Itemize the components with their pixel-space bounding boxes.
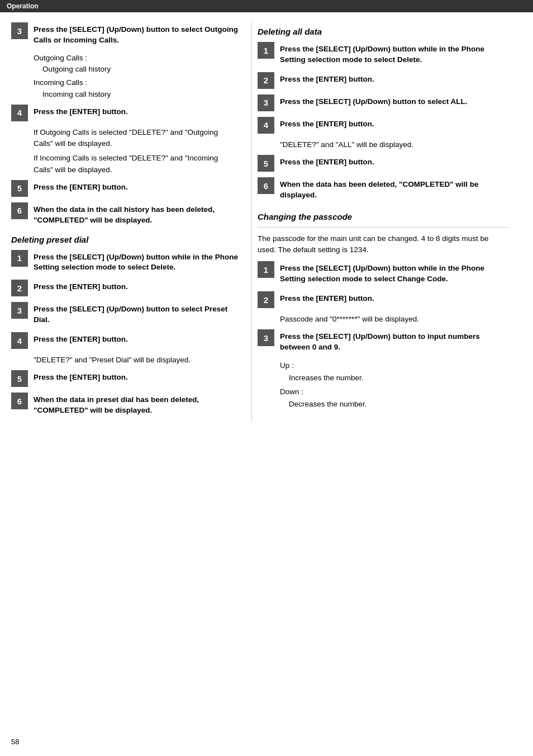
passcode-step-num-2: 2 — [258, 291, 274, 308]
step-num-6: 6 — [11, 202, 28, 219]
left-step-4: 4 Press the [ENTER] button. — [11, 105, 238, 121]
header-bar: Operation — [0, 0, 533, 12]
passcode-step-num-3: 3 — [258, 329, 274, 346]
step-4-desc: If Outgoing Calls is selected "DELETE?" … — [34, 127, 238, 176]
left-step-3: 3 Press the [SELECT] (Up/Down) button to… — [11, 22, 238, 47]
preset-step-4-text: Press the [ENTER] button. — [34, 334, 238, 345]
page-footer: 58 — [11, 738, 19, 746]
step-4-desc2: If Incoming Calls is selected "DELETE?" … — [34, 153, 238, 176]
all-step-5-text: Press the [ENTER] button. — [280, 157, 508, 168]
all-step-4: 4 Press the [ENTER] button. — [258, 117, 508, 134]
all-step-1: 1 Press the [SELECT] (Up/Down) button wh… — [258, 42, 508, 67]
down-row: Down : Decreases the number. — [280, 386, 508, 410]
passcode-title: Changing the passcode — [258, 212, 508, 221]
all-step-3-text: Press the [SELECT] (Up/Down) button to s… — [280, 97, 508, 107]
passcode-step-3-text: Press the [SELECT] (Up/Down) button to i… — [280, 332, 508, 353]
passcode-step-num-1: 1 — [258, 261, 274, 278]
passcode-step-1-text: Press the [SELECT] (Up/Down) button whil… — [280, 263, 508, 285]
page-number: 58 — [11, 738, 19, 746]
passcode-step-3: 3 Press the [SELECT] (Up/Down) button to… — [258, 329, 508, 354]
left-step-5: 5 Press the [ENTER] button. — [11, 180, 238, 197]
step-num-3: 3 — [11, 22, 28, 39]
preset-step-2-text: Press the [ENTER] button. — [34, 282, 238, 292]
preset-step-6-text: When the data in preset dial has been de… — [34, 395, 238, 416]
passcode-section: Changing the passcode The passcode for t… — [258, 212, 508, 410]
all-step-6-text: When the data has been deleted, "COMPLET… — [280, 179, 508, 201]
preset-step-5-text: Press the [ENTER] button. — [34, 372, 238, 383]
step-4-content: Press the [ENTER] button. — [34, 105, 238, 119]
step-num-4: 4 — [11, 105, 28, 121]
preset-step-3-text: Press the [SELECT] (Up/Down) button to s… — [34, 304, 238, 325]
step-5-content: Press the [ENTER] button. — [34, 180, 238, 194]
preset-step-num-4: 4 — [11, 332, 28, 349]
left-step-6: 6 When the data in the call history has … — [11, 202, 238, 227]
preset-step-num-1: 1 — [11, 250, 28, 267]
passcode-step-2: 2 Press the [ENTER] button. — [258, 291, 508, 308]
down-label: Down : — [280, 388, 303, 396]
all-step-1-text: Press the [SELECT] (Up/Down) button whil… — [280, 44, 508, 65]
step-4-desc1: If Outgoing Calls is selected "DELETE?" … — [34, 127, 238, 150]
all-step-4-desc: "DELETE?" and "ALL" will be displayed. — [280, 139, 508, 150]
incoming-calls-label: Incoming Calls : Incoming call history — [34, 77, 238, 100]
all-step-6: 6 When the data has been deleted, "COMPL… — [258, 177, 508, 202]
left-column: 3 Press the [SELECT] (Up/Down) button to… — [11, 22, 251, 423]
preset-step-5: 5 Press the [ENTER] button. — [11, 370, 238, 387]
preset-step-num-5: 5 — [11, 370, 28, 387]
all-step-num-4: 4 — [258, 117, 274, 134]
step-6-text: When the data in the call history has be… — [34, 205, 238, 226]
preset-step-4: 4 Press the [ENTER] button. — [11, 332, 238, 349]
step-3-items: Outgoing Calls : Outgoing call history I… — [34, 53, 238, 100]
step-4-text: Press the [ENTER] button. — [34, 107, 238, 117]
all-step-num-1: 1 — [258, 42, 274, 59]
passcode-step-2-desc: Passcode and "0*******" will be displaye… — [280, 314, 508, 325]
preset-step-num-2: 2 — [11, 280, 28, 296]
all-step-num-6: 6 — [258, 177, 274, 194]
all-step-num-3: 3 — [258, 94, 274, 111]
preset-step-4-desc: "DELETE?" and "Preset Dial" will be disp… — [34, 355, 238, 366]
step-5-text: Press the [ENTER] button. — [34, 182, 238, 193]
all-step-3: 3 Press the [SELECT] (Up/Down) button to… — [258, 94, 508, 111]
step-6-content: When the data in the call history has be… — [34, 202, 238, 227]
up-down-block: Up : Increases the number. Down : Decrea… — [280, 360, 508, 410]
step-3-content: Press the [SELECT] (Up/Down) button to s… — [34, 22, 238, 47]
up-row: Up : Increases the number. — [280, 360, 508, 384]
preset-dial-section: Deleting preset dial 1 Press the [SELECT… — [11, 235, 238, 418]
passcode-step-1: 1 Press the [SELECT] (Up/Down) button wh… — [258, 261, 508, 286]
preset-step-num-3: 3 — [11, 302, 28, 319]
all-step-2-text: Press the [ENTER] button. — [280, 74, 508, 85]
passcode-divider — [258, 227, 508, 228]
all-data-section: Deleting all data 1 Press the [SELECT] (… — [258, 27, 508, 202]
passcode-step-2-text: Press the [ENTER] button. — [280, 294, 508, 304]
all-step-num-5: 5 — [258, 155, 274, 172]
step-num-5: 5 — [11, 180, 28, 197]
preset-step-3: 3 Press the [SELECT] (Up/Down) button to… — [11, 302, 238, 327]
preset-step-1: 1 Press the [SELECT] (Up/Down) button wh… — [11, 250, 238, 275]
header-label: Operation — [7, 2, 39, 10]
preset-step-6: 6 When the data in preset dial has been … — [11, 393, 238, 417]
all-step-2: 2 Press the [ENTER] button. — [258, 72, 508, 89]
passcode-desc: The passcode for the main unit can be ch… — [258, 233, 508, 256]
preset-step-1-text: Press the [SELECT] (Up/Down) button whil… — [34, 252, 238, 273]
all-data-title: Deleting all data — [258, 27, 508, 36]
right-column: Deleting all data 1 Press the [SELECT] (… — [251, 22, 508, 423]
up-label: Up : — [280, 361, 294, 370]
all-step-4-text: Press the [ENTER] button. — [280, 119, 508, 130]
preset-step-num-6: 6 — [11, 393, 28, 409]
preset-dial-title: Deleting preset dial — [11, 235, 238, 244]
up-value: Increases the number. — [280, 374, 364, 382]
all-step-num-2: 2 — [258, 72, 274, 89]
outgoing-calls-label: Outgoing Calls : Outgoing call history — [34, 53, 238, 75]
step-3-text: Press the [SELECT] (Up/Down) button to s… — [34, 25, 238, 46]
preset-step-2: 2 Press the [ENTER] button. — [11, 280, 238, 296]
down-value: Decreases the number. — [280, 400, 367, 408]
all-step-5: 5 Press the [ENTER] button. — [258, 155, 508, 172]
